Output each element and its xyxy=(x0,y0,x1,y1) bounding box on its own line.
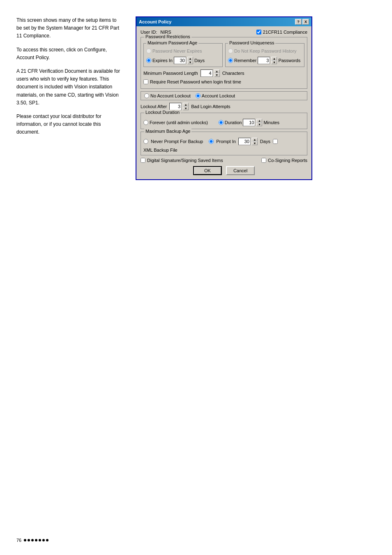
remember-spinner: 3 ▲ ▼ xyxy=(258,57,277,64)
cfr-checkbox[interactable] xyxy=(256,30,261,35)
page-number: 76 xyxy=(16,538,21,543)
prompt-in-up[interactable]: ▲ xyxy=(252,138,258,141)
no-account-lockout-row: No Account Lockout xyxy=(144,93,191,98)
dot5 xyxy=(39,539,41,541)
page-layout: This screen shows many of the setup item… xyxy=(16,16,376,180)
remember-unit: Passwords xyxy=(278,58,300,63)
digital-signature-row: Digital Signature/Signing Saved Items Co… xyxy=(141,158,307,163)
min-password-length-spinner: 4 ▲ ▼ xyxy=(201,69,220,77)
digital-signature-label: Digital Signature/Signing Saved Items xyxy=(147,158,223,163)
duration-spinner-buttons: ▲ ▼ xyxy=(256,119,262,126)
lockout-after-spinner-buttons: ▲ ▼ xyxy=(183,103,189,110)
min-password-length-input[interactable]: 4 xyxy=(201,69,213,77)
desc-para2: To access this screen, click on Configur… xyxy=(16,46,123,62)
page-number-area: 76 xyxy=(16,538,48,543)
account-lockout-label: Account Lockout xyxy=(202,93,235,98)
button-row: OK Cancel xyxy=(141,166,307,175)
expires-in-spinner: 30 ▲ ▼ xyxy=(174,57,193,64)
help-button[interactable]: ? xyxy=(295,19,302,25)
remember-down[interactable]: ▼ xyxy=(271,60,277,64)
expires-in-up[interactable]: ▲ xyxy=(187,57,193,60)
cancel-button[interactable]: Cancel xyxy=(226,166,255,175)
require-reset-row: Require Reset Password when login first … xyxy=(143,79,304,84)
desc-para3: A 21 CFR Verification Document is availa… xyxy=(16,67,123,107)
prompt-in-spinner: 30 ▲ ▼ xyxy=(238,138,258,145)
expires-in-spinner-buttons: ▲ ▼ xyxy=(187,57,193,64)
lockout-after-input[interactable]: 3 xyxy=(169,103,182,110)
prompt-in-radio[interactable] xyxy=(209,139,214,144)
password-uniqueness-legend: Password Uniqueness xyxy=(228,40,275,45)
prompt-in-label: Prompt In xyxy=(216,139,236,144)
cfr-checkbox-group: 21CFR11 Compliance xyxy=(256,30,307,35)
remember-input[interactable]: 3 xyxy=(258,57,270,64)
remember-up[interactable]: ▲ xyxy=(271,57,277,60)
bad-login-attempts-label: Bad Login Attempts xyxy=(191,104,230,109)
require-reset-label: Require Reset Password when login first … xyxy=(150,79,241,84)
cfr-checkbox-label: 21CFR11 Compliance xyxy=(263,30,307,35)
dot1 xyxy=(24,539,26,541)
never-prompt-label: Never Prompt For Backup xyxy=(151,139,203,144)
dot7 xyxy=(46,539,48,541)
password-restrictions-group: Password Restrictions Maximum Password A… xyxy=(141,37,307,89)
dialog-title: Account Policy xyxy=(139,19,171,24)
password-never-expires-radio[interactable] xyxy=(146,49,151,53)
prompt-in-unit: Days xyxy=(260,139,270,144)
forever-radio[interactable] xyxy=(143,120,148,125)
prompt-in-spinner-buttons: ▲ ▼ xyxy=(252,138,258,145)
description-panel: This screen shows many of the setup item… xyxy=(16,16,123,142)
digital-signature-group: Digital Signature/Signing Saved Items xyxy=(141,158,223,163)
no-account-lockout-radio[interactable] xyxy=(144,93,149,98)
do-not-keep-radio[interactable] xyxy=(228,49,233,53)
lockout-after-down[interactable]: ▼ xyxy=(183,106,189,110)
xml-backup-checkbox[interactable] xyxy=(273,139,278,144)
password-restrictions-legend: Password Restrictions xyxy=(144,34,191,39)
duration-unit: Minutes xyxy=(263,120,279,125)
desc-para1: This screen shows many of the setup item… xyxy=(16,16,123,40)
expires-in-row: Expires In 30 ▲ ▼ Days xyxy=(146,57,220,64)
forever-row: Forever (until admin unlocks) Duration 1… xyxy=(143,119,304,126)
min-password-length-row: Minimum Password Length 4 ▲ ▼ Characters xyxy=(143,69,304,77)
expires-in-radio[interactable] xyxy=(146,58,151,63)
expires-in-input[interactable]: 30 xyxy=(174,57,186,64)
digital-signature-checkbox[interactable] xyxy=(141,158,145,163)
account-policy-dialog: Account Policy ? X User ID: NIRS 21CFR11… xyxy=(136,16,312,180)
duration-up[interactable]: ▲ xyxy=(256,119,262,123)
expires-in-label: Expires In xyxy=(152,58,173,63)
close-button[interactable]: X xyxy=(302,19,309,25)
remember-radio[interactable] xyxy=(228,58,233,63)
prompt-in-down[interactable]: ▼ xyxy=(252,141,258,145)
duration-radio[interactable] xyxy=(219,120,224,125)
ok-button[interactable]: OK xyxy=(193,166,222,175)
lockout-radio-group: No Account Lockout Account Lockout xyxy=(144,93,235,98)
min-password-length-label: Minimum Password Length xyxy=(143,71,198,76)
require-reset-checkbox[interactable] xyxy=(143,79,148,84)
duration-down[interactable]: ▼ xyxy=(256,123,262,126)
duration-input[interactable]: 10 xyxy=(243,119,255,126)
remember-spinner-buttons: ▲ ▼ xyxy=(271,57,277,64)
prompt-in-input[interactable]: 30 xyxy=(238,138,251,145)
max-password-age-legend: Maximum Password Age xyxy=(146,40,198,45)
lockout-section: No Account Lockout Account Lockout xyxy=(141,91,307,100)
account-lockout-row: Account Lockout xyxy=(196,93,235,98)
co-signing-checkbox[interactable] xyxy=(261,158,266,163)
duration-spinner: 10 ▲ ▼ xyxy=(243,119,262,126)
lockout-after-up[interactable]: ▲ xyxy=(183,103,189,106)
never-prompt-radio[interactable] xyxy=(143,139,148,144)
min-password-length-down[interactable]: ▼ xyxy=(214,73,220,77)
no-account-lockout-label: No Account Lockout xyxy=(150,93,191,98)
account-lockout-radio[interactable] xyxy=(196,93,201,98)
xml-backup-label: XML Backup File xyxy=(143,148,178,153)
dot6 xyxy=(42,539,45,541)
lockout-after-row: Lockout After 3 ▲ ▼ Bad Login Attempts xyxy=(141,103,307,110)
lockout-duration-legend: Lockout Duration xyxy=(144,110,181,115)
dialog-content: User ID: NIRS 21CFR11 Compliance Passwor… xyxy=(136,26,311,179)
max-backup-age-group: Maximum Backup Age Never Prompt For Back… xyxy=(141,132,307,155)
password-never-expires-row: Password Never Expires xyxy=(146,49,220,53)
inner-groups-row: Maximum Password Age Password Never Expi… xyxy=(143,43,304,67)
co-signing-group: Co-Signing Reports xyxy=(261,158,307,163)
dot2 xyxy=(28,539,30,541)
page-dots xyxy=(24,539,48,541)
min-password-length-up[interactable]: ▲ xyxy=(214,69,220,73)
dot4 xyxy=(35,539,37,541)
expires-in-down[interactable]: ▼ xyxy=(187,60,193,64)
